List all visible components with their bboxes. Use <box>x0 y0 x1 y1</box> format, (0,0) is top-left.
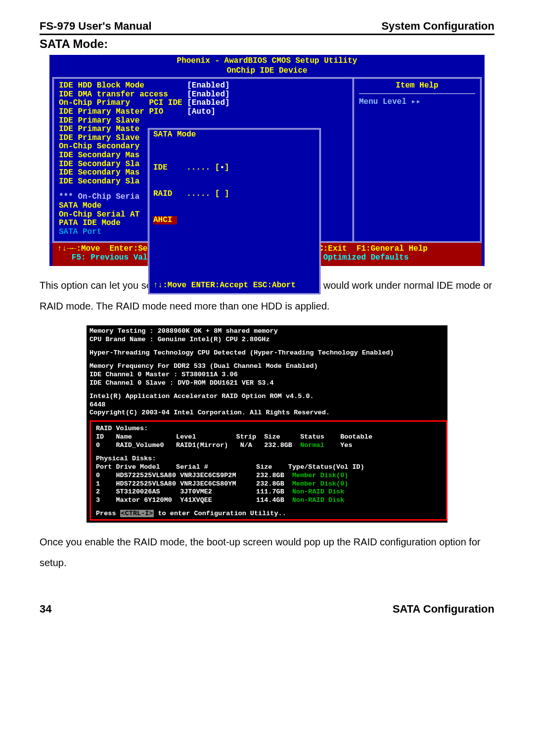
setting-label: IDE Secondary Sla <box>59 160 139 169</box>
post-mem: Memory Testing : 2088960K OK + 8M shared… <box>89 327 447 336</box>
press-ctrl-i: Press <CTRL-I> to enter Configuration Ut… <box>96 510 444 518</box>
dialog-footer: ↑↓:Move ENTER:Accept ESC:Abort <box>153 281 315 290</box>
dialog-title: SATA Mode <box>153 131 315 139</box>
setting-label: IDE Primary Slave <box>59 133 139 142</box>
setting-label: IDE Primary Maste <box>59 125 139 133</box>
setting-value: [Enabled] <box>187 81 229 90</box>
setting-label: On-Chip Primary PCI IDE <box>59 98 187 107</box>
page-header: FS-979 User's Manual System Configuratio… <box>40 20 494 35</box>
post-screenshot: Memory Testing : 2088960K OK + 8M shared… <box>87 325 447 523</box>
manual-title: FS-979 User's Manual <box>40 20 152 33</box>
physical-disk-row: 0 HDS722525VLSA80 VNRJ3EC6CS9P2M 232.8GB… <box>96 472 444 480</box>
bios-title: Phoenix - AwardBIOS CMOS Setup Utility <box>49 55 485 67</box>
item-help-title: Item Help <box>359 82 475 94</box>
physical-disks-header: Physical Disks: <box>96 455 444 463</box>
bios-subtitle: OnChip IDE Device <box>49 67 485 78</box>
sata-mode-dialog: SATA Mode IDE ..... [▪] RAID ..... [ ] A… <box>148 128 321 295</box>
paragraph-2: Once you enable the RAID mode, the boot-… <box>40 532 494 573</box>
post-memfreq: Memory Frequency For DDR2 533 (Dual Chan… <box>89 362 447 371</box>
post-ide0s: IDE Channel 0 Slave : DVD-ROM DDU1621 VE… <box>89 379 447 388</box>
raid-volumes-header: RAID Volumes: <box>96 425 444 433</box>
setting-label: On-Chip Secondary <box>59 142 139 151</box>
chapter-title: System Configuration <box>381 20 494 33</box>
setting-label: IDE Primary Master PIO <box>59 107 187 116</box>
post-cpu: CPU Brand Name : Genuine Intel(R) CPU 2.… <box>89 336 447 344</box>
dialog-option-raid[interactable]: RAID ..... [ ] <box>153 190 315 199</box>
post-num: 6448 <box>89 401 447 409</box>
setting-label: IDE Secondary Mas <box>59 151 139 160</box>
page-footer: 34 SATA Configuration <box>40 603 494 616</box>
setting-label: IDE Primary Slave <box>59 116 139 125</box>
physical-disk-row: 2 ST3120026AS 3JT0VME2 111.7GB Non-RAID … <box>96 488 444 496</box>
setting-value: [Enabled] <box>187 90 229 99</box>
physical-disk-row: 1 HDS722525VLSA80 VNRJ3EC6CS80YM 232.8GB… <box>96 480 444 489</box>
bios-body: IDE HDD Block Mode [Enabled] IDE DMA tra… <box>52 77 482 243</box>
post-copyright: Copyright(C) 2003-04 Intel Corporation. … <box>89 409 447 417</box>
bios-screenshot: Phoenix - AwardBIOS CMOS Setup Utility O… <box>49 55 485 266</box>
section-title: SATA Mode: <box>40 37 494 51</box>
raid-volumes-columns: ID Name Level Strip Size Status Bootable <box>96 433 444 442</box>
bios-right-pane: Item Help Menu Level ▸▸ <box>354 79 480 241</box>
setting-label: IDE Secondary Sla <box>59 177 139 186</box>
dialog-option-ide[interactable]: IDE ..... [▪] <box>153 164 315 173</box>
physical-disks-columns: Port Drive Model Serial # Size Type/Stat… <box>96 463 444 472</box>
setting-label: IDE HDD Block Mode <box>59 81 187 90</box>
physical-disk-row: 3 Maxtor 6Y120M0 Y41XVQEE 114.4GB Non-RA… <box>96 496 444 505</box>
page-number: 34 <box>40 603 51 616</box>
dialog-option-ahci[interactable]: AHCI <box>153 216 177 225</box>
setting-label: IDE Secondary Mas <box>59 168 139 177</box>
setting-value: [Enabled] <box>187 98 229 107</box>
post-ht: Hyper-Threading Technology CPU Detected … <box>89 349 447 357</box>
post-ide0m: IDE Channel 0 Master : ST380011A 3.06 <box>89 371 447 379</box>
raid-info-box: RAID Volumes: ID Name Level Strip Size S… <box>89 420 447 521</box>
bios-left-pane: IDE HDD Block Mode [Enabled] IDE DMA tra… <box>54 79 354 241</box>
post-accel: Intel(R) Application Accelerator RAID Op… <box>89 393 447 401</box>
footer-section: SATA Configuration <box>393 603 494 616</box>
menu-level: Menu Level ▸▸ <box>359 98 475 107</box>
setting-label: IDE DMA transfer access <box>59 90 187 99</box>
setting-value: [Auto] <box>187 107 216 116</box>
